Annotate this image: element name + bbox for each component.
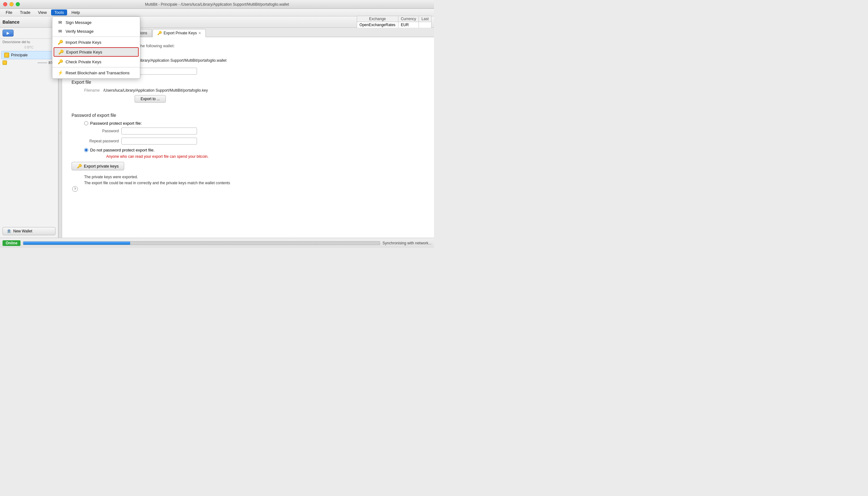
balance-label: Balance [2, 19, 23, 25]
dropdown-check-private-keys[interactable]: 🔑 Check Private Keys [52, 57, 140, 66]
dropdown-import-private-keys[interactable]: 🔑 Import Private Keys [52, 38, 140, 47]
sidebar-action-button[interactable]: ▶ [2, 30, 14, 36]
warning-text: Anyone who can read your export file can… [106, 154, 424, 159]
password-field-row: Password [84, 127, 424, 135]
last-value [419, 22, 432, 28]
export-filename-value: /Users/luca/Library/Application Support/… [103, 88, 208, 93]
reset-label: Reset Blockchain and Transactions [65, 71, 130, 75]
maximize-button[interactable] [16, 2, 20, 6]
export-btn-row: 🔑 Export private keys [72, 162, 424, 170]
menu-separator-1 [52, 36, 140, 37]
sign-message-icon: ✉ [57, 19, 63, 25]
export-keys-menu-label: Export Private Keys [66, 50, 102, 55]
menu-file[interactable]: File [2, 10, 15, 15]
sync-text: Synchronising with network... [383, 241, 432, 245]
sign-message-label: Sign Message [65, 20, 91, 25]
radio-password-protect-row: Password protect export file: [84, 121, 424, 126]
dropdown-reset-blockchain[interactable]: ⚡ Reset Blockchain and Transactions [52, 68, 140, 77]
new-wallet-icon: 🏦 [6, 229, 11, 233]
menu-help[interactable]: Help [69, 10, 83, 15]
password-section: Password protect export file: Password R… [72, 121, 424, 159]
radio-password-protect[interactable] [84, 121, 88, 125]
exchange-table: Exchange Currency Last OpenExchangeRates… [357, 16, 432, 28]
currency-col-header: Currency [398, 16, 419, 22]
export-keys-icon: 🔑 [77, 164, 82, 169]
verify-message-icon: ✉ [57, 28, 63, 34]
export-to-btn-row: Export to ... [109, 95, 424, 108]
exchange-col-header: Exchange [357, 16, 398, 22]
radio-no-password-label: Do not password protect export file. [90, 148, 155, 152]
export-tab-label: Export Private Keys [164, 31, 197, 35]
menu-separator-2 [52, 67, 140, 67]
radio-password-protect-label: Password protect export file: [90, 121, 142, 126]
new-wallet-label: New Wallet [13, 229, 32, 233]
verify-message-label: Verify Message [65, 29, 94, 34]
export-keys-label: Export private keys [84, 164, 119, 169]
import-keys-icon: 🔑 [57, 40, 63, 45]
wallet-row2: 💛 •••••••• BTC [0, 60, 58, 66]
export-filename-label: Filename [84, 88, 100, 93]
dropdown-sign-message[interactable]: ✉ Sign Message [52, 18, 140, 27]
export-keys-menu-icon: 🔑 [58, 49, 64, 55]
help-icon[interactable]: ? [72, 186, 78, 192]
exchange-value: OpenExchangeRates [357, 22, 398, 28]
import-keys-label: Import Private Keys [65, 40, 101, 45]
menu-view[interactable]: View [35, 10, 50, 15]
minimize-button[interactable] [10, 2, 14, 6]
export-file-section-title: Export file [72, 80, 424, 85]
online-badge: Online [2, 240, 20, 246]
currency-value: EUR [398, 22, 419, 28]
success-text: The private keys were exported. The expo… [84, 174, 424, 186]
wallet-icon-small: 💛 [2, 60, 7, 65]
wallet-name: Principale [11, 53, 28, 57]
wallet-item-principale[interactable]: 💛 Principale [1, 51, 57, 59]
sidebar-toolbar: ▶ [0, 28, 58, 39]
tools-dropdown-menu: ✉ Sign Message ✉ Verify Message 🔑 Import… [52, 16, 140, 79]
menu-tools[interactable]: Tools [51, 10, 67, 15]
repeat-password-row: Repeat password [84, 138, 424, 144]
tab-export-private-keys[interactable]: 🔑 Export Private Keys ✕ [152, 29, 206, 37]
export-private-keys-button[interactable]: 🔑 Export private keys [72, 162, 124, 170]
last-col-header: Last [419, 16, 432, 22]
filename-value: /Users/luca/Library/Application Support/… [118, 58, 424, 63]
close-button[interactable] [3, 2, 7, 6]
dropdown-export-private-keys[interactable]: 🔑 Export Private Keys [54, 47, 139, 57]
sidebar: ▶ Descrizione del tu 0 BTC 💛 Principale … [0, 28, 58, 238]
status-bar: Online Synchronising with network... [0, 238, 434, 248]
repeat-password-label: Repeat password [84, 139, 119, 143]
password-input[interactable] [121, 127, 197, 135]
radio-no-password[interactable] [84, 148, 88, 152]
repeat-password-input[interactable] [121, 138, 197, 144]
password-section-title: Password of export file [72, 113, 424, 118]
success-line2: The export file could be read in correct… [84, 180, 424, 186]
wallet-icon: 💛 [4, 52, 9, 58]
check-keys-icon: 🔑 [57, 59, 63, 65]
export-to-button[interactable]: Export to ... [135, 95, 166, 103]
wallet-balance-blurred: •••••••• [38, 61, 47, 65]
desc-value: Principale [118, 52, 424, 57]
window-controls [3, 2, 20, 6]
export-tab-close[interactable]: ✕ [198, 31, 201, 35]
check-keys-label: Check Private Keys [65, 60, 101, 64]
radio-no-password-row: Do not password protect export file. [84, 148, 424, 152]
success-line1: The private keys were exported. [84, 174, 424, 180]
menu-bar: File Trade View Tools Help [0, 9, 434, 16]
export-tab-icon: 🔑 [157, 31, 162, 35]
new-wallet-button[interactable]: 🏦 New Wallet [2, 227, 56, 235]
wallet-description-label: Descrizione del tu [0, 39, 58, 44]
export-filename-row: Filename /Users/luca/Library/Application… [84, 88, 424, 93]
sync-bar-fill [23, 242, 130, 245]
title-bar: MultiBit - Principale - /Users/luca/Libr… [0, 0, 434, 9]
wallet-balance-btc: 0 BTC [0, 44, 58, 50]
sync-progress-bar [23, 241, 380, 245]
dropdown-verify-message[interactable]: ✉ Verify Message [52, 27, 140, 35]
password-label: Password [84, 129, 119, 133]
menu-trade[interactable]: Trade [17, 10, 33, 15]
reset-icon: ⚡ [57, 70, 63, 76]
window-title: MultiBit - Principale - /Users/luca/Libr… [145, 2, 289, 6]
